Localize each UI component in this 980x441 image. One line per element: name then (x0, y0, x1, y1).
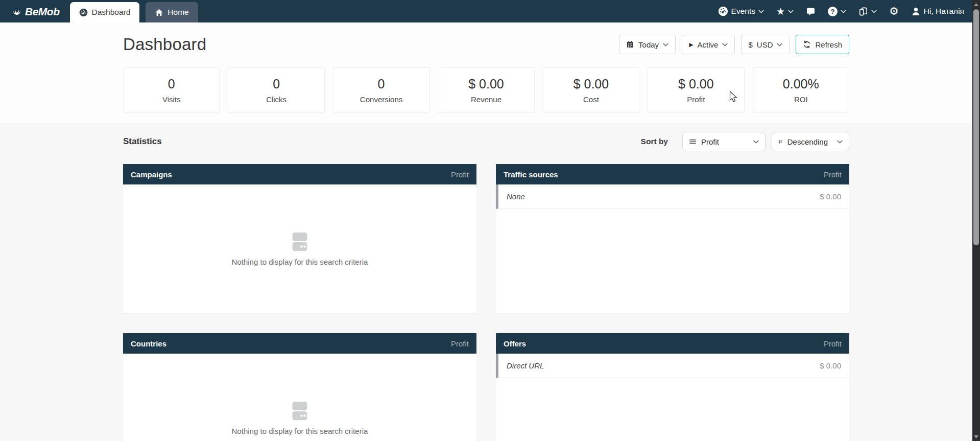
list-icon (689, 138, 697, 146)
sort-by-label: Sort by (641, 137, 668, 146)
sort-descending-icon (778, 138, 783, 146)
summary-card-cost: $ 0.00 Cost (543, 67, 639, 112)
panel-header: Offers Profit (496, 333, 849, 354)
sort-field-dropdown[interactable]: Profit (682, 132, 766, 151)
stat-row: None $ 0.00 (496, 184, 849, 209)
summary-card-roi: 0.00% ROI (753, 67, 849, 112)
panel-title: Offers (504, 339, 526, 348)
tab-home[interactable]: Home (146, 2, 198, 22)
bemob-logo[interactable]: BeMob (11, 6, 60, 18)
home-icon (155, 8, 163, 17)
panel-title: Traffic sources (504, 170, 558, 179)
dashboard-header-section: Dashboard Today (0, 22, 972, 124)
card-value: $ 0.00 (678, 77, 714, 91)
empty-state-message: Nothing to display for this search crite… (232, 258, 368, 266)
resources-menu[interactable] (858, 7, 877, 16)
sort-controls: Sort by Profit (641, 132, 849, 151)
stacked-pages-icon (858, 7, 868, 16)
user-icon (911, 7, 921, 16)
chat-bubble-icon (806, 7, 816, 16)
date-range-label: Today (638, 40, 659, 49)
row-value: $ 0.00 (820, 361, 841, 370)
status-filter-button[interactable]: ▶ Active (682, 35, 735, 54)
chevron-down-icon (663, 43, 668, 47)
refresh-icon (803, 40, 811, 49)
card-value: $ 0.00 (468, 77, 504, 91)
scrollbar-thumb[interactable] (973, 9, 979, 245)
tab-label: Dashboard (92, 8, 131, 17)
app-root: BeMob Dashboard Home (0, 0, 980, 441)
row-label: None (507, 192, 525, 201)
help-menu[interactable]: ? (828, 7, 846, 16)
question-mark-icon: ? (828, 7, 838, 16)
navbar-menu: Events ★ ? (718, 0, 972, 22)
calendar-icon (626, 40, 634, 49)
summary-cards: 0 Visits 0 Clicks 0 Conversions $ 0.00 R… (123, 67, 849, 112)
dollar-sign-icon: $ (748, 40, 752, 49)
sort-direction-dropdown[interactable]: Descending (772, 132, 849, 151)
bemob-logo-icon (11, 6, 22, 17)
scroll-up-arrow[interactable] (972, 1, 980, 8)
panel-metric-label: Profit (824, 339, 842, 348)
card-value: 0 (378, 77, 385, 91)
refresh-button[interactable]: Refresh (796, 35, 849, 54)
card-label: ROI (794, 95, 808, 104)
sort-direction-value: Descending (787, 137, 828, 146)
panel-header: Campaigns Profit (123, 164, 476, 184)
statistics-panels: Campaigns Profit Nothing to display for … (123, 164, 849, 441)
events-label: Events (731, 7, 755, 16)
chevron-down-icon (841, 10, 846, 13)
card-value: 0.00% (783, 77, 819, 91)
row-value: $ 0.00 (820, 192, 841, 201)
panel-title: Countries (131, 339, 166, 348)
panel-metric-label: Profit (451, 339, 469, 348)
chevron-down-icon (837, 140, 843, 144)
chevron-down-icon (758, 10, 764, 13)
page-title: Dashboard (123, 35, 206, 54)
card-value: 0 (273, 77, 280, 91)
stat-row: Direct URL $ 0.00 (496, 354, 849, 378)
summary-card-revenue: $ 0.00 Revenue (438, 67, 534, 112)
card-label: Visits (162, 95, 181, 104)
card-label: Profit (687, 95, 705, 104)
panel-metric-label: Profit (451, 170, 469, 179)
currency-button[interactable]: $ USD (741, 35, 790, 54)
chevron-down-icon (788, 10, 794, 13)
chevron-down-icon (722, 43, 728, 47)
panel-traffic-sources: Traffic sources Profit None $ 0.00 (496, 164, 849, 313)
empty-state: Nothing to display for this search crite… (123, 354, 476, 441)
chevron-down-icon (753, 140, 759, 144)
statistics-title: Statistics (123, 136, 162, 147)
card-value: $ 0.00 (573, 77, 609, 91)
settings-button[interactable]: ⚙ (889, 6, 899, 17)
refresh-label: Refresh (815, 40, 842, 49)
dashboard-toolbar: Today ▶ Active $ USD (619, 35, 849, 54)
play-icon: ▶ (689, 42, 693, 48)
panel-campaigns: Campaigns Profit Nothing to display for … (123, 164, 476, 313)
summary-card-conversions: 0 Conversions (333, 67, 429, 112)
statistics-section: Statistics Sort by Profit (0, 124, 972, 441)
messages-button[interactable] (806, 7, 816, 16)
favorites-menu[interactable]: ★ (776, 7, 794, 16)
card-label: Clicks (266, 95, 286, 104)
scroll-down-arrow[interactable] (972, 433, 980, 440)
tab-label: Home (168, 8, 188, 17)
logo-text: BeMob (25, 6, 60, 18)
vertical-scrollbar[interactable] (972, 0, 980, 441)
currency-label: USD (757, 40, 773, 49)
panel-title: Campaigns (131, 170, 172, 179)
tab-dashboard[interactable]: Dashboard (70, 2, 140, 22)
gear-icon: ⚙ (889, 6, 899, 17)
card-label: Revenue (471, 95, 501, 104)
mouse-cursor (729, 91, 739, 103)
sort-field-value: Profit (701, 137, 719, 146)
date-range-button[interactable]: Today (619, 35, 676, 54)
user-menu[interactable]: Hi, Наталія (911, 7, 964, 16)
empty-state: Nothing to display for this search crite… (123, 184, 476, 313)
panel-header: Traffic sources Profit (496, 164, 849, 184)
empty-state-message: Nothing to display for this search crite… (232, 427, 368, 435)
status-filter-label: Active (698, 40, 719, 49)
events-menu[interactable]: Events (718, 6, 764, 16)
chevron-down-icon (871, 10, 877, 13)
summary-card-visits: 0 Visits (123, 67, 220, 112)
